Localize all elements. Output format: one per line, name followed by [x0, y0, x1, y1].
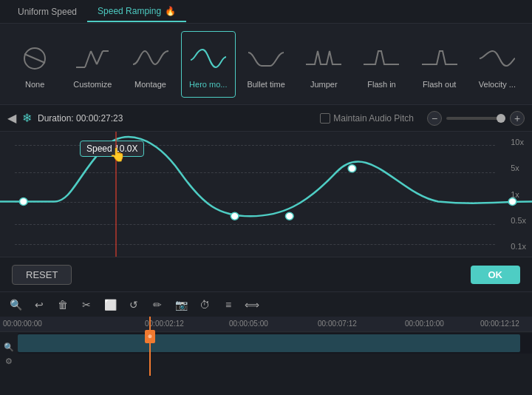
label-01x: 0.1x — [511, 242, 526, 251]
preset-montage-icon — [129, 40, 173, 77]
svg-line-4 — [91, 51, 97, 64]
preset-none-icon — [13, 40, 57, 77]
tab-speed-ramping[interactable]: Speed Ramping 🔥 — [87, 1, 186, 22]
tool-delete[interactable]: 🗑 — [55, 297, 71, 313]
tool-edit[interactable]: ✏ — [149, 297, 166, 313]
video-clip[interactable] — [18, 334, 520, 352]
label-10x: 10x — [511, 138, 526, 146]
zoom-track[interactable] — [446, 117, 505, 120]
track-link-icon[interactable]: ⚙ — [5, 357, 13, 366]
preset-jumper-icon — [301, 40, 346, 77]
preset-jumper[interactable]: Jumper — [296, 31, 351, 98]
svg-point-7 — [19, 198, 27, 205]
preset-flash-in[interactable]: Flash in — [354, 31, 409, 98]
time-label-3: 00:00:07:12 — [318, 320, 357, 328]
preset-velocity[interactable]: Velocity ... — [470, 31, 525, 98]
tool-timer[interactable]: ⏱ — [197, 297, 213, 313]
preset-flash-out-icon — [417, 40, 462, 77]
preset-bullet-time-label: Bullet time — [247, 80, 284, 89]
zoom-in-button[interactable]: + — [510, 111, 525, 126]
back-button[interactable]: ◀ — [7, 111, 16, 125]
preset-flash-out-label: Flash out — [423, 80, 456, 89]
speed-labels: 10x 5x 1x 0.5x 0.1x — [511, 132, 526, 257]
preset-hero-motion-icon — [186, 40, 231, 77]
preset-none-label: None — [25, 80, 44, 89]
reset-button[interactable]: RESET — [12, 265, 72, 285]
label-5x: 5x — [511, 163, 526, 172]
preset-customize-icon — [70, 40, 115, 77]
preset-flash-in-icon — [359, 40, 403, 77]
tab-bar: Uniform Speed Speed Ramping 🔥 — [0, 0, 532, 24]
bottom-buttons: RESET OK — [0, 257, 532, 291]
zoom-thumb[interactable] — [497, 114, 505, 123]
svg-line-1 — [24, 54, 45, 63]
zoom-out-button[interactable]: − — [427, 111, 442, 126]
time-label-2: 00:00:05:00 — [229, 320, 268, 328]
label-05x: 0.5x — [511, 216, 526, 225]
tool-rotate[interactable]: ↺ — [126, 297, 142, 313]
ok-button[interactable]: OK — [471, 266, 521, 284]
snowflake-button[interactable]: ❄ — [22, 111, 32, 125]
track-settings-icon[interactable]: 🔍 — [4, 342, 14, 352]
preset-flash-in-label: Flash in — [367, 80, 396, 89]
left-track-controls: 🔍 ⚙ — [0, 333, 18, 376]
timeline-area: 00:00:00:00 00:00:02:12 00:00:05:00 00:0… — [0, 317, 532, 376]
controls-bar: ◀ ❄ Duration: 00:00:27:23 Maintain Audio… — [0, 105, 532, 132]
preset-velocity-label: Velocity ... — [479, 80, 516, 89]
preset-bullet-time-icon — [244, 40, 288, 77]
zoom-controls: − + — [427, 111, 525, 126]
svg-point-9 — [231, 212, 239, 220]
maintain-audio-label: Maintain Audio Pitch — [333, 113, 414, 124]
preset-montage-label: Montage — [134, 80, 166, 89]
time-label-0: 00:00:00:00 — [3, 320, 42, 328]
playhead-head[interactable]: ⊕ — [145, 330, 155, 343]
tool-cut[interactable]: ✂ — [78, 297, 95, 313]
maintain-audio-group: Maintain Audio Pitch — [320, 113, 414, 124]
tool-fit[interactable]: ⟺ — [244, 297, 260, 313]
svg-text:⊕: ⊕ — [148, 334, 152, 339]
preset-hero-motion[interactable]: Hero mo... — [181, 31, 236, 98]
duration-display: Duration: 00:00:27:23 — [38, 113, 123, 124]
svg-point-11 — [348, 165, 356, 172]
preset-customize-label: Customize — [73, 80, 112, 89]
preset-montage[interactable]: Montage — [123, 31, 177, 98]
timeline-ruler: 00:00:00:00 00:00:02:12 00:00:05:00 00:0… — [0, 317, 532, 331]
time-label-5: 00:00:12:12 — [480, 320, 519, 328]
tool-camera[interactable]: 📷 — [173, 297, 189, 313]
tool-menu[interactable]: ≡ — [220, 297, 236, 313]
maintain-audio-checkbox[interactable] — [320, 113, 330, 124]
preset-hero-motion-label: Hero mo... — [189, 80, 227, 89]
curve-area: Speed 10.0X 👆 10x 5x 1x 0.5x 0.1x — [0, 132, 532, 257]
timeline-track[interactable] — [0, 333, 532, 354]
presets-row: None Customize Montage — [0, 24, 532, 105]
tool-magnet[interactable]: 🔍 — [7, 297, 24, 313]
preset-velocity-icon — [475, 40, 519, 77]
fire-icon: 🔥 — [165, 6, 176, 16]
label-1x: 1x — [511, 190, 526, 199]
preset-bullet-time[interactable]: Bullet time — [239, 31, 293, 98]
playhead-icon: ⊕ — [145, 330, 155, 343]
preset-jumper-label: Jumper — [310, 80, 338, 89]
playhead-line — [149, 317, 151, 376]
preset-flash-out[interactable]: Flash out — [412, 31, 467, 98]
svg-line-3 — [85, 51, 91, 67]
tab-uniform-speed[interactable]: Uniform Speed — [7, 2, 87, 21]
tool-crop[interactable]: ⬜ — [102, 297, 118, 313]
svg-line-5 — [97, 51, 103, 64]
time-label-4: 00:00:10:00 — [405, 320, 444, 328]
timeline-toolbar: 🔍 ↩ 🗑 ✂ ⬜ ↺ ✏ 📷 ⏱ ≡ ⟺ — [0, 291, 532, 317]
svg-point-10 — [285, 212, 293, 220]
cursor-hand: 👆 — [109, 146, 126, 163]
preset-none[interactable]: None — [7, 31, 62, 98]
tool-undo[interactable]: ↩ — [31, 297, 47, 313]
preset-customize[interactable]: Customize — [65, 31, 120, 98]
